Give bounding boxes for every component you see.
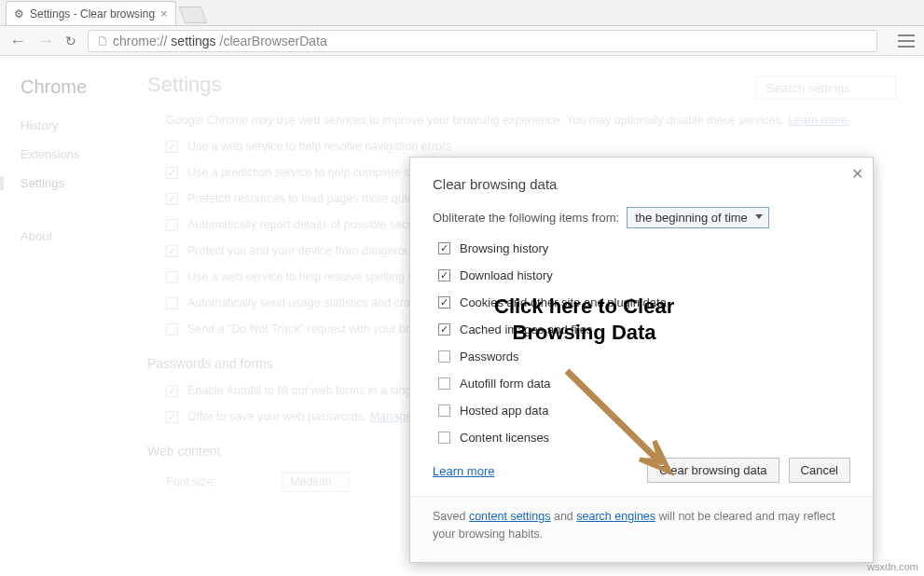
time-range-select[interactable]: the beginning of time <box>627 207 769 228</box>
learn-more-link[interactable]: Learn more <box>433 464 494 478</box>
checkbox-icon <box>438 405 450 417</box>
url-host: settings <box>171 34 215 48</box>
option-label: Cached images and files <box>460 322 592 336</box>
checkbox-icon: ✓ <box>438 242 450 254</box>
dialog-title: Clear browsing data <box>433 176 850 192</box>
dialog-close-icon[interactable]: ✕ <box>851 165 863 183</box>
clear-data-option[interactable]: ✓Download history <box>438 268 850 282</box>
cancel-button[interactable]: Cancel <box>789 458 850 483</box>
clear-data-option[interactable]: Autofill form data <box>438 377 850 391</box>
clear-data-option[interactable]: ✓Cached images and files <box>438 322 850 336</box>
back-button[interactable]: ← <box>9 33 26 49</box>
chevron-down-icon <box>755 214 763 219</box>
clear-browsing-dialog: ✕ Clear browsing data Obliterate the fol… <box>409 157 874 563</box>
close-icon[interactable]: × <box>160 7 168 21</box>
dialog-footer: Saved content settings and search engine… <box>410 496 873 562</box>
checkbox-icon: ✓ <box>438 269 450 281</box>
search-engines-link[interactable]: search engines <box>576 510 655 523</box>
chrome-menu-icon[interactable] <box>898 34 915 48</box>
nav-bar: ← → ↻ 🗋 chrome://settings/clearBrowserDa… <box>0 26 924 56</box>
option-label: Download history <box>460 268 553 282</box>
option-label: Browsing history <box>460 241 548 255</box>
clear-browsing-data-button[interactable]: Clear browsing data <box>647 458 779 483</box>
clear-data-option[interactable]: Content licenses <box>438 431 850 445</box>
option-label: Hosted app data <box>460 404 548 418</box>
clear-data-option[interactable]: ✓Cookies and other site and plugin data <box>438 295 850 309</box>
clear-data-option[interactable]: Hosted app data <box>438 404 850 418</box>
checkbox-icon <box>438 377 450 390</box>
checkbox-icon: ✓ <box>438 323 450 336</box>
url-scheme: chrome:// <box>113 34 167 48</box>
forward-button: → <box>37 33 54 49</box>
gear-icon: ⚙ <box>14 7 24 21</box>
option-label: Cookies and other site and plugin data <box>460 295 667 309</box>
checkbox-icon <box>438 432 450 444</box>
checkbox-icon: ✓ <box>438 296 450 309</box>
time-range-value: the beginning of time <box>635 211 748 225</box>
clear-data-option[interactable]: Passwords <box>438 350 850 363</box>
reload-button[interactable]: ↻ <box>65 34 76 48</box>
obliterate-label: Obliterate the following items from: <box>433 211 619 225</box>
checkbox-icon <box>438 350 450 363</box>
browser-tab[interactable]: ⚙ Settings - Clear browsing × <box>6 1 176 25</box>
new-tab-button[interactable] <box>178 7 207 23</box>
obliterate-row: Obliterate the following items from: the… <box>433 207 850 228</box>
content-settings-link[interactable]: content settings <box>469 510 551 523</box>
page-icon: 🗋 <box>96 34 109 48</box>
url-path: /clearBrowserData <box>220 34 327 48</box>
option-label: Autofill form data <box>460 377 551 391</box>
tab-title: Settings - Clear browsing <box>30 7 155 21</box>
option-label: Passwords <box>460 350 519 363</box>
tab-bar: ⚙ Settings - Clear browsing × <box>0 0 924 26</box>
clear-data-option[interactable]: ✓Browsing history <box>438 241 850 255</box>
watermark: wsxdn.com <box>867 561 918 572</box>
option-label: Content licenses <box>460 431 549 445</box>
url-box[interactable]: 🗋 chrome://settings/clearBrowserData <box>88 30 877 52</box>
